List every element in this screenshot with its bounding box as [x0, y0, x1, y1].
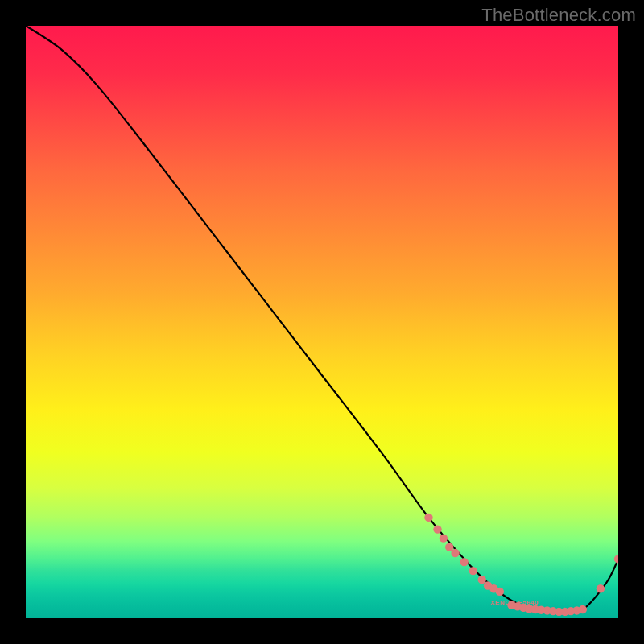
scatter-point — [451, 549, 459, 557]
scatter-point — [460, 558, 468, 566]
scatter-point — [469, 567, 477, 575]
scatter-point — [440, 534, 448, 542]
series-micro-label: XENON-E5640 — [491, 599, 539, 606]
scatter-point — [597, 584, 605, 592]
scatter-point — [424, 514, 432, 522]
scatter-point — [614, 555, 618, 563]
scatter-point — [445, 543, 453, 551]
scatter-point — [433, 525, 441, 533]
scatter-point — [579, 605, 587, 613]
scatter-point — [496, 588, 504, 596]
plot-area: XENON-E5640 — [26, 26, 618, 618]
markers-svg — [26, 26, 618, 618]
chart-container: TheBottleneck.com XENON-E5640 — [0, 0, 644, 644]
watermark-text: TheBottleneck.com — [481, 5, 636, 26]
scatter-point — [478, 576, 486, 584]
